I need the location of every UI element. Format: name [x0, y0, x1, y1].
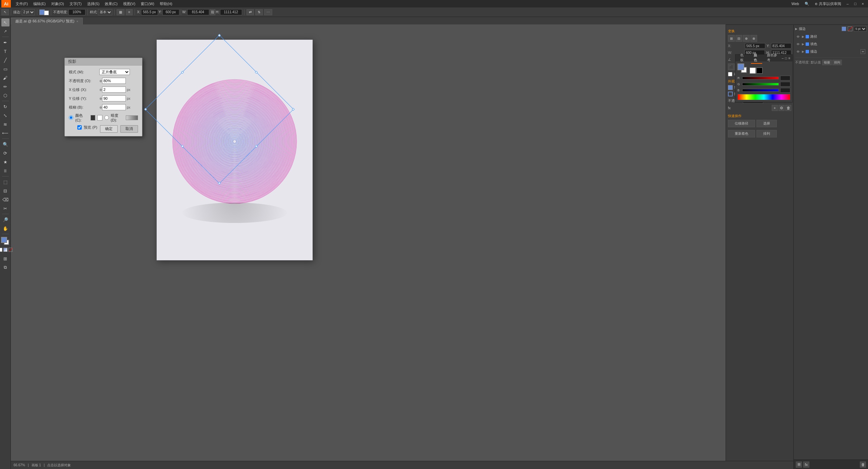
tool-eyedropper[interactable]: 🔍	[1, 140, 9, 148]
tool-screen-mode[interactable]: ⊞	[1, 255, 9, 263]
flip-h-btn[interactable]: ⇄	[246, 9, 254, 15]
layer-item-stroke[interactable]: 👁 ▶ 描边 ✏	[795, 48, 867, 55]
delete-item-btn[interactable]: 🗑	[860, 462, 866, 468]
tool-slice[interactable]: ⊟	[1, 187, 9, 195]
tool-scale[interactable]: ⤡	[1, 111, 9, 119]
menu-web[interactable]: Web	[789, 1, 802, 6]
tab-close-btn[interactable]: ×	[76, 20, 78, 23]
tool-select-btn[interactable]: ↖	[1, 9, 9, 15]
dialog-ok-btn[interactable]: 确定	[100, 125, 118, 133]
tool-hand[interactable]: ✋	[1, 224, 9, 232]
tool-symbol[interactable]: ★	[1, 158, 9, 166]
opacity-arrange-btn[interactable]: 排列	[832, 60, 842, 65]
opacity-input[interactable]	[68, 9, 85, 15]
tool-line[interactable]: ╱	[1, 56, 9, 64]
fx-delete-btn[interactable]: 🗑	[785, 105, 791, 111]
fill-expand[interactable]: ▶	[802, 42, 804, 46]
tool-artboard[interactable]: ⬚	[1, 178, 9, 186]
menu-window[interactable]: 窗口(W)	[138, 1, 157, 7]
stroke-edit-btn[interactable]: ✏	[861, 49, 865, 54]
black-fill-btn[interactable]	[756, 68, 763, 74]
recolor-btn[interactable]: 位移路径	[728, 120, 755, 127]
tool-paintbrush[interactable]: 🖌	[1, 74, 9, 82]
blur-dlg-input[interactable]	[102, 104, 126, 110]
tool-direct-select[interactable]: ↗	[1, 27, 9, 35]
path-eye[interactable]: 👁	[796, 35, 801, 39]
fx-settings-btn[interactable]: ⚙	[778, 105, 785, 111]
y-input[interactable]	[162, 9, 179, 15]
color-radio[interactable]	[69, 115, 73, 120]
color-panel-menu[interactable]: ≡	[788, 56, 790, 60]
color-tab-swatch[interactable]: 色板	[737, 52, 749, 64]
flip-v-btn[interactable]: ⇅	[255, 9, 263, 15]
tool-pencil[interactable]: ✏	[1, 82, 9, 91]
arrange-btn[interactable]: ▦	[117, 9, 124, 15]
g-input[interactable]	[780, 82, 790, 87]
stroke-color-swatch[interactable]	[44, 11, 49, 15]
color-white-swatch[interactable]	[97, 115, 102, 120]
tool-shaper[interactable]: ⬡	[1, 91, 9, 99]
tool-scissors[interactable]: ✂	[1, 204, 9, 212]
add-item-btn[interactable]: ⊞	[796, 462, 802, 468]
b-input[interactable]	[780, 88, 790, 93]
color-spectrum[interactable]	[737, 94, 790, 100]
color-tab-guide[interactable]: 颜色参考	[764, 52, 782, 64]
layer-item-path[interactable]: 👁 ▶ 路径	[795, 33, 867, 40]
foreground-swatch[interactable]	[1, 237, 7, 243]
dialog-cancel-btn[interactable]: 取消	[120, 125, 138, 133]
tool-rectangle[interactable]: ▭	[1, 65, 9, 73]
color-panel-expand[interactable]: □	[785, 56, 787, 60]
menu-effect[interactable]: 效果(C)	[102, 1, 120, 7]
handle-ml[interactable]	[181, 71, 184, 74]
y-dlg-input[interactable]	[102, 95, 126, 101]
align-left-btn[interactable]: ⬛	[728, 63, 735, 70]
expand-icon[interactable]: ▶	[795, 27, 797, 31]
darkness-radio[interactable]	[104, 115, 109, 120]
stroke-expand[interactable]: ▶	[802, 50, 804, 53]
stroke-eye[interactable]: 👁	[796, 50, 801, 54]
menu-help[interactable]: 帮助(H)	[157, 1, 175, 7]
menu-minimize[interactable]: –	[844, 1, 851, 6]
handle-bl[interactable]	[144, 108, 147, 111]
tool-column-graph[interactable]: |||	[1, 167, 9, 175]
stroke-weight-select[interactable]: 5 pt	[854, 26, 867, 32]
menu-search[interactable]: 🔍	[802, 1, 812, 7]
opacity-link-btn[interactable]: 链接	[822, 60, 832, 65]
none-icon[interactable]	[8, 248, 13, 252]
menu-share[interactable]: ⊕ 共享以供审阅	[812, 1, 844, 7]
fx-add-btn[interactable]: +	[772, 105, 778, 111]
document-tab[interactable]: 越是.ai @ 66.67% (RGB/GPU 预览) ×	[11, 18, 83, 24]
x-dlg-input[interactable]	[102, 87, 126, 93]
x-input[interactable]	[141, 9, 158, 15]
transform-icon-3[interactable]: ⊕	[743, 35, 750, 42]
tool-type[interactable]: T	[1, 47, 9, 55]
select-btn[interactable]: 选择	[756, 120, 777, 127]
color-panel-collapse[interactable]: –	[782, 56, 784, 60]
arrange-btn[interactable]: 排列	[756, 130, 777, 137]
b-slider[interactable]	[742, 89, 779, 92]
opacity-dlg-input[interactable]	[102, 78, 126, 84]
menu-object[interactable]: 对象(O)	[48, 1, 67, 7]
transform-icon-1[interactable]: ⊞	[728, 35, 735, 42]
align-btn[interactable]: ≡	[126, 9, 133, 15]
mode-select[interactable]: 正片叠底	[99, 69, 130, 75]
color-tab-color[interactable]: 颜色	[751, 52, 763, 64]
h-input[interactable]	[220, 9, 242, 15]
stroke-dropdown[interactable]: 2 pt	[22, 9, 35, 15]
menu-select[interactable]: 选择(S)	[84, 1, 102, 7]
g-slider[interactable]	[742, 83, 779, 86]
no-stroke-checkbox[interactable]	[728, 72, 732, 76]
menu-edit[interactable]: 编辑(E)	[31, 1, 48, 7]
tool-warp[interactable]: ≋	[1, 120, 9, 128]
tool-arrow[interactable]: ↖	[1, 18, 9, 26]
props-x-input[interactable]	[745, 43, 765, 49]
layer-item-fill[interactable]: 👁 ▶ 填色	[795, 40, 867, 48]
tool-blend[interactable]: ⟳	[1, 149, 9, 157]
props-y-input[interactable]	[771, 43, 791, 49]
r-slider[interactable]	[742, 77, 779, 79]
menu-close[interactable]: ×	[859, 1, 867, 6]
normal-icon[interactable]	[0, 248, 2, 252]
recolor-2-btn[interactable]: 重新着色	[728, 130, 755, 137]
stroke-none-box[interactable]	[848, 26, 852, 31]
tool-eraser[interactable]: ⌫	[1, 195, 9, 204]
